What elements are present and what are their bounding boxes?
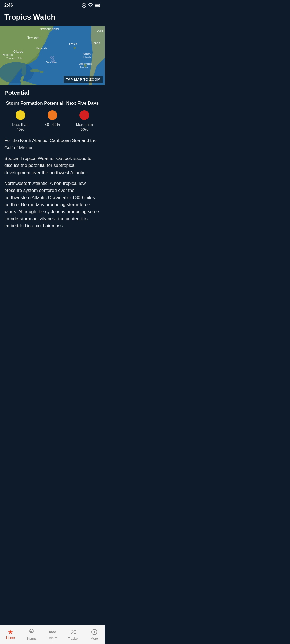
description-2: Special Tropical Weather Outlook issued … xyxy=(4,155,100,176)
battery-icon xyxy=(95,4,100,7)
svg-text:Canary: Canary xyxy=(83,53,91,55)
app-header: Tropics Watch xyxy=(0,10,105,26)
page-title: Tropics Watch xyxy=(4,13,100,21)
status-bar: 2:46 xyxy=(0,0,105,10)
medium-indicator-dot xyxy=(48,110,57,120)
status-icons xyxy=(82,3,100,8)
svg-point-8 xyxy=(39,71,44,73)
description-3: Northwestern Atlantic: A non-tropical lo… xyxy=(4,180,100,229)
potential-card: Storm Formation Potential: Next Five Day… xyxy=(4,101,100,132)
potential-card-title: Storm Formation Potential: Next Five Day… xyxy=(4,101,100,106)
high-indicator-dot xyxy=(79,110,89,120)
svg-text:Azores: Azores xyxy=(69,43,77,46)
legend-row: Less than40% 40 - 60% More than60% xyxy=(4,110,100,132)
legend-item-medium: 40 - 60% xyxy=(38,110,67,127)
legend-item-high: More than60% xyxy=(70,110,99,132)
svg-text:Orlando: Orlando xyxy=(13,50,23,53)
high-label: More than60% xyxy=(76,122,93,132)
legend-item-low: Less than40% xyxy=(6,110,35,132)
wifi-icon xyxy=(88,3,93,8)
svg-text:Cuba: Cuba xyxy=(17,57,23,60)
status-time: 2:46 xyxy=(4,3,13,8)
svg-text:New York: New York xyxy=(27,36,39,39)
svg-point-6 xyxy=(0,62,34,83)
low-indicator-dot xyxy=(16,110,25,120)
minus-circle-icon xyxy=(82,3,86,8)
svg-point-7 xyxy=(30,69,40,72)
svg-rect-3 xyxy=(95,5,99,6)
svg-text:Newfoundland: Newfoundland xyxy=(40,27,59,31)
svg-text:Dublin: Dublin xyxy=(97,29,104,32)
map-svg: Newfoundland New York Houston Orlando Be… xyxy=(0,26,105,85)
svg-text:Cancún: Cancún xyxy=(6,57,15,60)
map-tap-label[interactable]: TAP MAP TO ZOOM xyxy=(64,76,103,83)
description-1: For the North Atlantic, Caribbean Sea an… xyxy=(4,137,100,151)
svg-point-12 xyxy=(52,57,53,58)
svg-text:Islands: Islands xyxy=(83,56,91,58)
svg-text:San Juan: San Juan xyxy=(46,61,57,64)
medium-label: 40 - 60% xyxy=(45,122,60,127)
svg-text:Cabo Verde: Cabo Verde xyxy=(79,63,92,65)
potential-section-title: Potential xyxy=(4,89,100,96)
map-view[interactable]: Newfoundland New York Houston Orlando Be… xyxy=(0,26,105,85)
svg-rect-4 xyxy=(100,5,100,6)
svg-point-9 xyxy=(74,47,76,49)
svg-text:Islands: Islands xyxy=(80,66,88,68)
svg-text:Bermuda: Bermuda xyxy=(36,47,47,50)
svg-text:Houston: Houston xyxy=(3,53,13,56)
content-area: Potential Storm Formation Potential: Nex… xyxy=(0,85,105,236)
low-label: Less than40% xyxy=(12,122,28,132)
svg-text:Lisbon: Lisbon xyxy=(91,41,100,45)
